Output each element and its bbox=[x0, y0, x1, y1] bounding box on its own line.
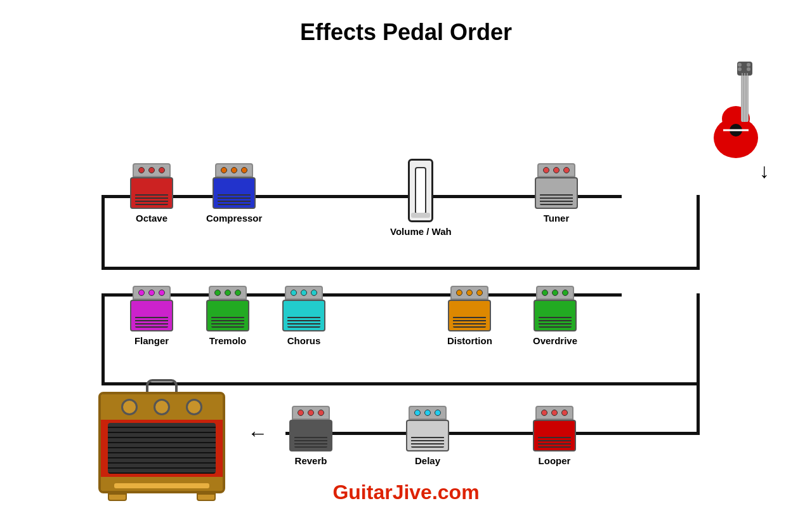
pedal-overdrive-knob3 bbox=[562, 290, 568, 296]
pedal-compressor-knob1 bbox=[221, 167, 227, 173]
pedal-looper-knob2 bbox=[551, 410, 558, 416]
pedal-overdrive-body bbox=[534, 286, 577, 331]
amp-body bbox=[98, 392, 225, 493]
pedal-delay: Delay bbox=[406, 406, 449, 466]
pedal-distortion-body bbox=[448, 286, 491, 331]
pedal-distortion-main bbox=[448, 300, 491, 331]
pedal-octave-main bbox=[130, 177, 173, 209]
arrow-to-amp: ← bbox=[247, 422, 268, 445]
main-area: ↓ ← Octave bbox=[0, 52, 812, 508]
pedal-overdrive-vent bbox=[539, 316, 572, 328]
pedal-tremolo-knob2 bbox=[225, 290, 231, 296]
pedal-tuner-knob1 bbox=[543, 167, 549, 173]
pedal-chorus-body bbox=[282, 286, 325, 331]
tuner-label: Tuner bbox=[544, 213, 570, 224]
pedal-looper-vent bbox=[538, 436, 571, 448]
pedal-tuner-main bbox=[535, 177, 578, 209]
pedal-delay-knob2 bbox=[424, 410, 431, 416]
pedal-chorus-knob1 bbox=[291, 290, 297, 296]
line-row2-left bbox=[102, 293, 105, 385]
line-row1-right bbox=[697, 195, 700, 270]
pedal-flanger-body bbox=[130, 286, 173, 331]
pedal-looper-knob3 bbox=[561, 410, 568, 416]
looper-label: Looper bbox=[539, 455, 571, 466]
amp-knob2 bbox=[154, 399, 170, 415]
wah-foot bbox=[411, 213, 430, 218]
pedal-octave-knob3 bbox=[159, 167, 165, 173]
pedal-reverb-main bbox=[289, 420, 332, 451]
pedal-reverb-body bbox=[289, 406, 332, 451]
pedal-delay-body bbox=[406, 406, 449, 451]
pedal-flanger-main bbox=[130, 300, 173, 331]
pedal-delay-vent bbox=[411, 436, 444, 448]
line-row1-bottom bbox=[102, 267, 698, 270]
line-row3-right bbox=[697, 382, 700, 433]
pedal-chorus-main bbox=[282, 300, 325, 331]
overdrive-label: Overdrive bbox=[533, 335, 577, 346]
pedal-chorus-vent bbox=[287, 316, 320, 328]
pedal-compressor-vent bbox=[218, 194, 251, 205]
line-row2-bottom bbox=[102, 382, 698, 385]
pedal-reverb-top bbox=[292, 406, 330, 420]
wah-body bbox=[408, 159, 433, 222]
pedal-octave-vent bbox=[135, 194, 168, 205]
pedal-tremolo-vent bbox=[211, 316, 244, 328]
line-row3-top bbox=[285, 432, 700, 435]
amp-bottom-panel bbox=[101, 477, 223, 493]
pedal-looper: Looper bbox=[533, 406, 576, 466]
pedal-looper-main bbox=[533, 420, 576, 451]
svg-point-6 bbox=[738, 67, 742, 71]
pedal-looper-top bbox=[535, 406, 573, 420]
pedal-tremolo-top bbox=[209, 286, 247, 300]
amp-foot-left bbox=[108, 493, 127, 501]
delay-label: Delay bbox=[415, 455, 440, 466]
flanger-label: Flanger bbox=[134, 335, 169, 346]
pedal-flanger-top bbox=[133, 286, 171, 300]
pedal-tuner-body bbox=[535, 163, 578, 209]
guitar-icon: ↓ bbox=[710, 62, 780, 183]
pedal-volume-wah: Volume / Wah bbox=[390, 159, 452, 237]
chorus-label: Chorus bbox=[287, 335, 321, 346]
amp-stripe bbox=[114, 483, 209, 488]
svg-point-7 bbox=[747, 63, 750, 67]
pedal-distortion-knob3 bbox=[476, 290, 483, 296]
pedal-chorus-knob3 bbox=[311, 290, 317, 296]
reverb-label: Reverb bbox=[295, 455, 327, 466]
pedal-octave-top bbox=[133, 163, 171, 177]
pedal-tremolo-knob1 bbox=[214, 290, 221, 296]
pedal-tremolo-knob3 bbox=[235, 290, 241, 296]
pedal-tuner-knob3 bbox=[563, 167, 570, 173]
pedal-tremolo-main bbox=[206, 300, 249, 331]
pedal-overdrive: Overdrive bbox=[533, 286, 577, 346]
pedal-tuner-knob2 bbox=[553, 167, 560, 173]
amplifier bbox=[98, 392, 225, 500]
pedal-compressor-body bbox=[213, 163, 256, 209]
pedal-tremolo-body bbox=[206, 286, 249, 331]
pedal-overdrive-knob1 bbox=[542, 290, 548, 296]
pedal-reverb-vent bbox=[294, 436, 327, 448]
pedal-compressor-main bbox=[213, 177, 256, 209]
pedal-reverb-knob1 bbox=[298, 410, 304, 416]
amp-speaker-area bbox=[101, 420, 223, 477]
pedal-delay-knob1 bbox=[414, 410, 421, 416]
pedal-overdrive-main bbox=[534, 300, 577, 331]
pedal-chorus-knob2 bbox=[301, 290, 307, 296]
pedal-chorus-top bbox=[285, 286, 323, 300]
octave-label: Octave bbox=[136, 213, 167, 224]
pedal-chorus: Chorus bbox=[282, 286, 325, 346]
pedal-flanger-knob1 bbox=[138, 290, 145, 296]
amp-knob3 bbox=[186, 399, 202, 415]
svg-point-5 bbox=[738, 63, 742, 67]
amp-foot-right bbox=[197, 493, 216, 501]
amp-knob1 bbox=[121, 399, 138, 415]
pedal-compressor-knob3 bbox=[241, 167, 247, 173]
page-title: Effects Pedal Order bbox=[0, 0, 812, 46]
volume-wah-label: Volume / Wah bbox=[390, 226, 452, 237]
line-row2-right bbox=[697, 293, 700, 385]
wah-inner bbox=[415, 167, 426, 215]
pedal-distortion-top bbox=[450, 286, 488, 300]
pedal-delay-top bbox=[409, 406, 447, 420]
pedal-compressor-knob2 bbox=[231, 167, 237, 173]
pedal-compressor-top bbox=[215, 163, 253, 177]
pedal-delay-knob3 bbox=[435, 410, 441, 416]
